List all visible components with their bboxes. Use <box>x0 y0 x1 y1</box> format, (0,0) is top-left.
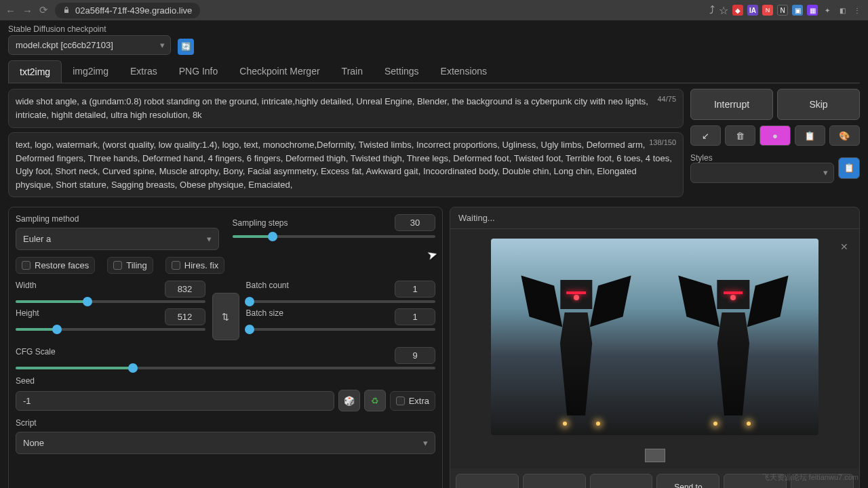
tab-img2img[interactable]: img2img <box>62 60 119 83</box>
neg-prompt-token-count: 138/150 <box>649 137 676 148</box>
share-icon[interactable]: ⤴ <box>709 4 715 16</box>
batch-size-slider[interactable] <box>246 328 436 331</box>
bookmark-star-icon[interactable]: ☆ <box>719 4 728 17</box>
seed-input[interactable]: -1 <box>16 391 334 411</box>
tab-png-info[interactable]: PNG Info <box>168 60 229 83</box>
tab-extras[interactable]: Extras <box>119 60 168 83</box>
tab-train[interactable]: Train <box>331 60 374 83</box>
url-bar[interactable]: 02a56ff4-71ff-439e.gradio.live <box>55 3 200 18</box>
batch-count-slider[interactable] <box>246 300 436 303</box>
batch-count-label: Batch count <box>246 281 289 298</box>
ext-icon-n2[interactable]: N <box>777 5 788 16</box>
back-button[interactable]: ← <box>5 5 16 16</box>
refresh-checkpoint-button[interactable]: 🔄 <box>178 39 194 55</box>
send-to-img2img-button[interactable]: Send to img2img <box>656 474 719 488</box>
seed-random-button[interactable]: 🎲 <box>338 390 360 411</box>
width-label: Width <box>16 281 37 298</box>
ext-icon-ia[interactable]: IA <box>747 5 758 16</box>
tab-txt2img[interactable]: txt2img <box>8 60 62 83</box>
sampling-steps-label: Sampling steps <box>233 218 288 228</box>
skip-button[interactable]: Skip <box>777 89 860 120</box>
zip-button[interactable]: Zip <box>590 474 653 488</box>
height-value[interactable]: 512 <box>165 308 205 325</box>
ext-icon-purple[interactable]: ▦ <box>807 5 818 16</box>
browser-extensions: ⤴ ☆ ◆ IA N N ▣ ▦ ✦ ◧ ⋮ <box>709 4 863 17</box>
sampling-steps-value[interactable]: 30 <box>395 214 435 231</box>
watermark-text: 飞天资源论坛 feitianwu7.com <box>762 472 859 483</box>
checkpoint-select[interactable]: model.ckpt [cc6cb27103] <box>8 35 171 55</box>
tab-checkpoint-merger[interactable]: Checkpoint Merger <box>229 60 330 83</box>
browser-chrome: ← → ⟳ 02a56ff4-71ff-439e.gradio.live ⤴ ☆… <box>0 0 868 20</box>
height-slider[interactable] <box>16 328 205 331</box>
tool-trash-icon[interactable]: 🗑 <box>725 125 755 146</box>
cfg-scale-value[interactable]: 9 <box>395 347 435 364</box>
ext-icon-n1[interactable]: N <box>762 5 773 16</box>
close-output-button[interactable]: ✕ <box>840 241 848 252</box>
swap-dimensions-button[interactable]: ⇅ <box>212 293 239 340</box>
batch-size-value[interactable]: 1 <box>395 308 435 325</box>
forward-button[interactable]: → <box>22 5 33 16</box>
tool-palette-icon[interactable]: 🎨 <box>829 125 860 146</box>
panel-icon[interactable]: ◧ <box>837 5 848 16</box>
menu-icon[interactable]: ⋮ <box>852 5 863 16</box>
tool-clipboard-icon[interactable]: 📋 <box>795 125 825 146</box>
width-value[interactable]: 832 <box>165 281 205 298</box>
tool-style-icon[interactable]: ● <box>760 125 790 146</box>
batch-size-label: Batch size <box>246 308 283 325</box>
interrupt-button[interactable]: Interrupt <box>690 89 773 120</box>
main-tabs: txt2img img2img Extras PNG Info Checkpoi… <box>8 60 860 83</box>
tiling-checkbox[interactable]: Tiling <box>107 257 153 274</box>
output-image[interactable] <box>491 239 818 435</box>
tool-arrow-icon[interactable]: ↙ <box>690 125 721 146</box>
open-folder-button[interactable]: 📁 <box>456 474 519 488</box>
url-text: 02a56ff4-71ff-439e.gradio.live <box>75 5 192 16</box>
sampling-method-label: Sampling method <box>16 214 219 224</box>
tab-settings[interactable]: Settings <box>374 60 430 83</box>
ext-icon-blue[interactable]: ▣ <box>792 5 803 16</box>
output-status: Waiting... <box>450 207 859 229</box>
cfg-scale-slider[interactable] <box>16 367 435 369</box>
hires-fix-checkbox[interactable]: Hires. fix <box>165 257 225 274</box>
height-label: Height <box>16 308 39 325</box>
checkpoint-label: Stable Diffusion checkpoint <box>8 24 171 34</box>
output-thumbnail[interactable] <box>645 449 665 462</box>
save-button[interactable]: Save <box>523 474 586 488</box>
ext-icon-1[interactable]: ◆ <box>732 5 743 16</box>
styles-select[interactable] <box>690 163 834 183</box>
reload-button[interactable]: ⟳ <box>39 4 48 16</box>
svg-rect-0 <box>64 9 68 13</box>
restore-faces-checkbox[interactable]: Restore faces <box>16 257 95 274</box>
output-panel: Waiting... ✕ <box>450 207 860 488</box>
batch-count-value[interactable]: 1 <box>395 281 435 298</box>
cfg-scale-label: CFG Scale <box>16 347 56 364</box>
prompt-token-count: 44/75 <box>657 94 676 105</box>
sampling-method-select[interactable]: Euler a <box>16 228 219 250</box>
width-slider[interactable] <box>16 300 205 303</box>
sampling-steps-slider[interactable] <box>233 235 436 238</box>
negative-prompt-input[interactable]: 138/150 text, logo, watermark, (worst qu… <box>8 132 684 197</box>
seed-label: Seed <box>16 376 435 386</box>
script-label: Script <box>16 418 435 428</box>
seed-extra-checkbox[interactable]: Extra <box>390 391 435 411</box>
lock-icon <box>63 7 70 14</box>
prompt-input[interactable]: 44/75 wide shot angle, a (gundam:0.8) ro… <box>8 89 684 128</box>
script-select[interactable]: None <box>16 432 435 454</box>
tab-extensions[interactable]: Extensions <box>430 60 498 83</box>
seed-reuse-button[interactable]: ♻ <box>364 390 386 411</box>
styles-label: Styles <box>690 153 713 163</box>
apply-style-button[interactable]: 📋 <box>838 157 860 179</box>
puzzle-icon[interactable]: ✦ <box>822 5 833 16</box>
